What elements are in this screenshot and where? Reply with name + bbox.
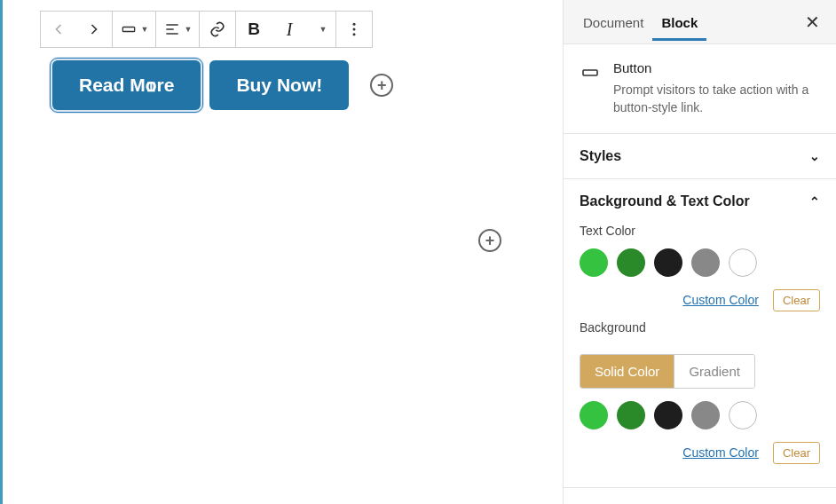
button-block-read-more[interactable]: Read MoᏆre [52, 60, 201, 110]
bg-custom-color-link[interactable]: Custom Color [682, 445, 759, 460]
block-description-text: Prompt visitors to take action with a bu… [613, 81, 820, 117]
toolbar-bold[interactable]: B [236, 12, 272, 47]
svg-point-6 [353, 33, 356, 35]
caret-down-icon: ▼ [141, 25, 149, 34]
block-toolbar: ▼ ▼ B I ▼ [40, 11, 373, 48]
text-color-label: Text Color [580, 224, 820, 238]
swatch-gray[interactable] [691, 401, 720, 429]
buttons-block-row: Read MoᏆre Buy Now! + [52, 60, 563, 110]
segment-gradient[interactable]: Gradient [674, 355, 754, 388]
toolbar-more-format[interactable]: ▼ [307, 12, 335, 47]
toolbar-kebab[interactable] [336, 12, 372, 47]
tab-document[interactable]: Document [574, 3, 652, 41]
text-custom-color-link[interactable]: Custom Color [682, 293, 759, 307]
panel-bg-text-title: Background & Text Color [580, 193, 750, 209]
toolbar-history-next[interactable] [76, 12, 112, 47]
background-label: Background [580, 320, 820, 335]
svg-point-4 [353, 23, 356, 26]
panel-styles-header[interactable]: Styles ⌄ [564, 134, 836, 178]
swatch-green-dark[interactable] [617, 248, 645, 277]
button-text-pre: Read M [79, 75, 146, 95]
block-description: Button Prompt visitors to take action wi… [564, 44, 836, 134]
background-type-segmented: Solid Color Gradient [580, 354, 755, 389]
swatch-black[interactable] [654, 401, 682, 429]
caret-down-icon: ▼ [185, 25, 193, 34]
svg-point-5 [353, 28, 356, 31]
segment-solid-color[interactable]: Solid Color [580, 355, 674, 388]
toolbar-history-prev[interactable] [41, 12, 76, 47]
swatch-white[interactable] [729, 248, 757, 277]
sidebar-tabs: Document Block ✕ [564, 0, 836, 44]
swatch-green-bright[interactable] [580, 248, 608, 277]
swatch-green-bright[interactable] [580, 401, 608, 429]
background-swatches [580, 401, 820, 429]
toolbar-italic[interactable]: I [272, 12, 307, 47]
text-color-clear-button[interactable]: Clear [773, 289, 820, 311]
svg-rect-0 [122, 28, 134, 32]
add-block-icon[interactable]: + [478, 229, 501, 252]
swatch-white[interactable] [729, 401, 757, 429]
button-block-icon [580, 62, 601, 117]
panel-styles-title: Styles [580, 148, 621, 164]
chevron-up-icon: ⌃ [809, 194, 820, 209]
editor-pane: ▼ ▼ B I ▼ Read MoᏆre Buy N [0, 0, 563, 504]
swatch-gray[interactable] [691, 248, 720, 277]
button-block-buy-now[interactable]: Buy Now! [209, 60, 349, 110]
settings-sidebar: Document Block ✕ Button Prompt visitors … [563, 0, 836, 504]
button-text-post: re [157, 75, 175, 95]
swatch-black[interactable] [654, 248, 682, 277]
panel-bg-text-header[interactable]: Background & Text Color ⌃ [564, 179, 836, 224]
tab-block[interactable]: Block [652, 3, 706, 41]
bg-clear-button[interactable]: Clear [773, 442, 820, 464]
close-icon[interactable]: ✕ [800, 6, 825, 38]
caret-down-icon: ▼ [319, 25, 327, 34]
block-title: Button [613, 60, 820, 75]
add-button-inline[interactable]: + [370, 74, 393, 97]
toolbar-align[interactable]: ▼ [156, 12, 199, 47]
toolbar-link[interactable] [200, 12, 235, 47]
chevron-down-icon: ⌄ [809, 149, 820, 163]
text-color-swatches [580, 248, 820, 277]
panel-bg-text-body: Text Color Custom Color Clear Background… [564, 224, 836, 487]
swatch-green-dark[interactable] [617, 401, 645, 429]
text-caret: oᏆ [146, 75, 157, 96]
svg-rect-7 [583, 70, 597, 75]
toolbar-block-type[interactable]: ▼ [113, 12, 155, 47]
